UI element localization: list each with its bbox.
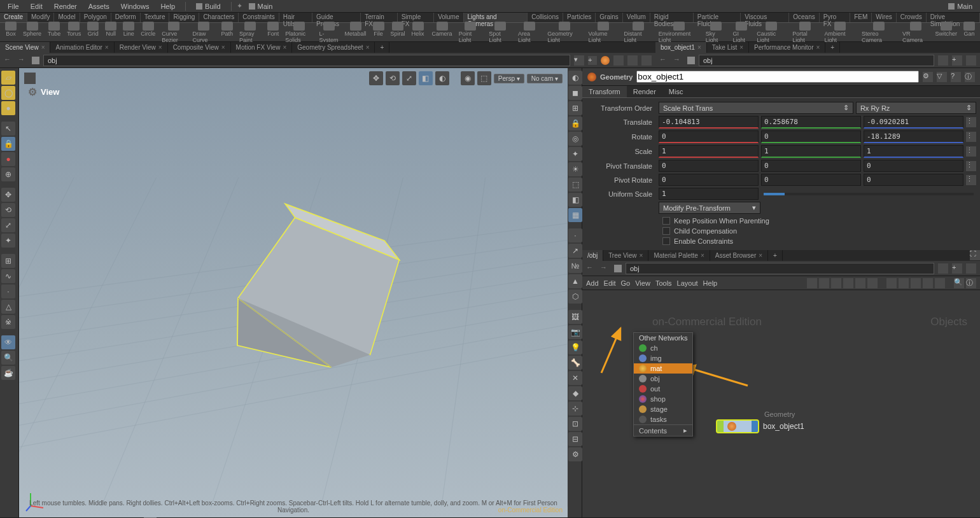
- params-nav-fwd-icon[interactable]: →: [673, 55, 683, 66]
- pivot-t-menu-icon[interactable]: ⋮: [966, 161, 976, 171]
- network-folder-icon[interactable]: [614, 265, 622, 272]
- enable-constraints-checkbox[interactable]: [662, 237, 670, 245]
- shelf-spray-paint[interactable]: Spray Paint: [237, 21, 263, 44]
- camera-dropdown[interactable]: No cam ▾: [527, 74, 563, 83]
- shelf-gi-light[interactable]: GI Light: [730, 21, 753, 44]
- shelf-metaball[interactable]: Metaball: [342, 21, 369, 44]
- pivot-tz-input[interactable]: [864, 160, 963, 172]
- translate-menu-icon[interactable]: ⋮: [966, 117, 976, 127]
- shelf-torus[interactable]: Torus: [64, 21, 83, 44]
- path-dropdown-icon[interactable]: ▾: [574, 55, 584, 66]
- tab-render-view[interactable]: Render View×: [115, 42, 168, 53]
- net-tool10-icon[interactable]: [923, 278, 933, 288]
- disp-opt4-icon[interactable]: ◎: [568, 132, 582, 146]
- disp-opt2-icon[interactable]: ◼: [568, 86, 582, 100]
- tab-add[interactable]: +: [375, 42, 389, 53]
- shelf-helix[interactable]: Helix: [409, 21, 427, 44]
- net-tool9-icon[interactable]: [911, 278, 921, 288]
- shelf-camera[interactable]: Camera: [430, 21, 455, 44]
- tab-performance-monitor[interactable]: Performance Monitor×: [749, 42, 825, 53]
- network-tab-add[interactable]: +: [768, 250, 783, 261]
- disp-opt6-icon[interactable]: ☀: [568, 162, 582, 176]
- view-gear-icon[interactable]: ⚙: [28, 86, 37, 98]
- shelf-environment-light[interactable]: Environment Light: [656, 21, 702, 44]
- select-tool-icon[interactable]: ▱: [1, 71, 15, 85]
- tab-take-list[interactable]: Take List×: [707, 42, 749, 53]
- vp-shading2-icon[interactable]: ⬚: [477, 71, 491, 85]
- ctx-contents[interactable]: Contents▸: [634, 424, 692, 436]
- node-display-flag[interactable]: [717, 421, 724, 432]
- lasso-tool-icon[interactable]: ◯: [1, 86, 15, 100]
- menu-file[interactable]: File: [3, 1, 24, 11]
- shelf-grid[interactable]: Grid: [85, 21, 101, 44]
- modify-pretransform-dropdown[interactable]: Modify Pre-Transform▾: [659, 202, 760, 214]
- pivot-r-menu-icon[interactable]: ⋮: [966, 175, 976, 185]
- shelf-caustic-light[interactable]: Caustic Light: [754, 21, 788, 44]
- radial-menu-main[interactable]: Main: [244, 1, 278, 11]
- network-opt-icon[interactable]: [966, 263, 976, 274]
- pivot-rz-input[interactable]: [864, 174, 963, 186]
- shelf-draw-curve[interactable]: Draw Curve: [190, 21, 218, 44]
- disp-opt8-icon[interactable]: ◧: [568, 193, 582, 207]
- uniform-scale-slider[interactable]: [764, 193, 974, 195]
- vp-handle2-icon[interactable]: ⟲: [386, 71, 400, 85]
- ctx-out[interactable]: out: [634, 384, 692, 394]
- params-nav-back-icon[interactable]: ←: [659, 55, 669, 66]
- network-menu-help[interactable]: Help: [703, 279, 718, 287]
- path-add-icon[interactable]: +: [588, 56, 597, 65]
- disp-null-icon[interactable]: ✕: [568, 371, 582, 385]
- network-fwd-icon[interactable]: →: [600, 263, 610, 274]
- red-tool-icon[interactable]: ●: [1, 152, 15, 166]
- rotate-y-input[interactable]: [761, 130, 861, 143]
- network-back-icon[interactable]: ←: [586, 263, 596, 274]
- disp-opt3-icon[interactable]: ⊞: [568, 101, 582, 115]
- shelf-spot-light[interactable]: Spot Light: [486, 21, 514, 44]
- shelf-circle[interactable]: Circle: [138, 21, 158, 44]
- shelf-l-system[interactable]: L-System: [317, 21, 341, 44]
- move-tool-icon[interactable]: ✥: [1, 188, 15, 202]
- node-render-flag[interactable]: [752, 421, 758, 432]
- geo-node-icon[interactable]: [601, 56, 610, 65]
- pivot-tx-input[interactable]: [659, 160, 759, 172]
- network-tab-asset-browser[interactable]: Asset Browser×: [710, 250, 768, 261]
- network-menu-edit[interactable]: Edit: [604, 279, 616, 287]
- ctx-mat[interactable]: mat: [634, 363, 692, 374]
- viewport-opt3-icon[interactable]: [641, 55, 652, 66]
- disp-geo-icon[interactable]: ◆: [568, 386, 582, 400]
- disp-hull-icon[interactable]: ⬡: [568, 290, 582, 304]
- filter-icon[interactable]: ▽: [937, 72, 947, 82]
- params-folder-icon[interactable]: [687, 57, 695, 64]
- params-pin-icon[interactable]: [938, 55, 948, 66]
- desktop-switcher-build[interactable]: Build: [191, 1, 225, 11]
- nav-back-icon[interactable]: ←: [4, 55, 14, 66]
- arrow-tool-icon[interactable]: ↖: [1, 122, 15, 136]
- shelf-curve-bezier[interactable]: Curve Bezier: [159, 21, 188, 44]
- folder-icon[interactable]: [32, 57, 39, 64]
- translate-y-input[interactable]: [761, 116, 861, 129]
- shelf-spiral[interactable]: Spiral: [388, 21, 408, 44]
- snap-tool-icon[interactable]: ⊕: [1, 167, 15, 181]
- menu-windows[interactable]: Windows: [116, 1, 155, 11]
- network-menu-view[interactable]: View: [635, 279, 650, 287]
- ctx-tasks[interactable]: tasks: [634, 414, 692, 424]
- pivot-ry-input[interactable]: [761, 174, 861, 186]
- net-tool4-icon[interactable]: [843, 278, 853, 288]
- snap-curve-icon[interactable]: ∿: [1, 269, 15, 283]
- tab-composite-view[interactable]: Composite View×: [168, 42, 231, 53]
- tab-add-right[interactable]: +: [825, 42, 840, 53]
- shelf-portal-light[interactable]: Portal Light: [790, 21, 820, 44]
- shelf-volume-light[interactable]: Volume Light: [586, 21, 620, 44]
- info-icon[interactable]: ⓘ: [965, 72, 975, 82]
- snap-prim-icon[interactable]: △: [1, 300, 15, 314]
- network-menu-tools[interactable]: Tools: [655, 279, 672, 287]
- shelf-switcher[interactable]: Switcher: [933, 21, 960, 44]
- network-tab-obj[interactable]: /obj: [582, 250, 603, 261]
- network-pin-icon[interactable]: [938, 263, 948, 274]
- net-tool11-icon[interactable]: [935, 278, 945, 288]
- shelf-box[interactable]: Box: [3, 21, 19, 44]
- network-tab-material-palette[interactable]: Material Palette×: [648, 250, 710, 261]
- shelf-line[interactable]: Line: [120, 21, 137, 44]
- shelf-font[interactable]: Font: [265, 21, 281, 44]
- disp-lock-icon[interactable]: 🔒: [568, 116, 582, 130]
- disp-misc1-icon[interactable]: ⊡: [568, 417, 582, 431]
